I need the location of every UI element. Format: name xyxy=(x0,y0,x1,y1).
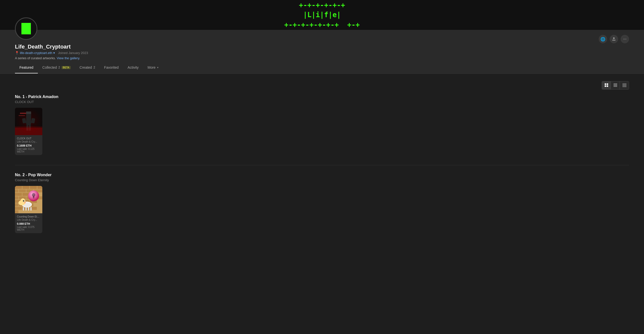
globe-button[interactable]: 🌐 xyxy=(599,35,607,43)
svg-rect-84 xyxy=(33,196,34,198)
view-toggle xyxy=(602,81,629,90)
nft-1-last-sale: Last sale: 0.125 WETH xyxy=(17,148,40,153)
featured-section-2: No. 2 - Pop Wonder Counting Down Eternit… xyxy=(15,173,629,233)
svg-rect-62 xyxy=(15,207,22,210)
small-grid-button[interactable] xyxy=(620,82,629,89)
svg-rect-41 xyxy=(15,186,22,189)
svg-rect-18 xyxy=(624,84,624,85)
profile-info: Life_Death_Cryptoart 📍 life-death-crypto… xyxy=(15,30,629,62)
section-divider xyxy=(15,165,629,165)
svg-rect-49 xyxy=(15,193,22,196)
svg-point-74 xyxy=(20,198,26,204)
svg-rect-3 xyxy=(607,85,608,87)
tabs-container: Featured Collected 2 BETA Created 2 Favo… xyxy=(0,62,644,74)
svg-rect-5 xyxy=(615,84,616,84)
svg-rect-19 xyxy=(624,84,625,85)
nft-card-2[interactable]: Counting Down Eter... Life Death & Cry..… xyxy=(15,186,42,233)
avatar-image xyxy=(22,23,31,34)
svg-rect-0 xyxy=(605,84,606,85)
profile-meta: 📍 life-death-cryptoart.eth ▾ Joined Janu… xyxy=(15,51,629,55)
chevron-down-icon: ▾ xyxy=(53,51,55,55)
nft-1-info: CLOCK OUT Life Death & Cry... 0.1689 ETH… xyxy=(15,135,42,155)
svg-rect-16 xyxy=(626,84,626,84)
nft-artwork-1 xyxy=(15,108,42,135)
created-count: 2 xyxy=(93,66,95,69)
svg-rect-14 xyxy=(624,84,624,84)
avatar-wrapper xyxy=(15,18,37,40)
wallet-text: life-death-cryptoart.eth xyxy=(20,51,52,55)
profile-banner: +-+-+-+-+-+ |L|i|f|e| +-+-+-+-+-+-+ +-+ xyxy=(0,0,644,30)
join-date: Joined January 2023 xyxy=(58,51,88,55)
svg-point-75 xyxy=(23,200,24,202)
avatar xyxy=(15,18,37,40)
small-grid-icon xyxy=(622,83,626,88)
svg-rect-17 xyxy=(622,84,623,85)
svg-rect-44 xyxy=(37,186,42,189)
tab-collected[interactable]: Collected 2 BETA xyxy=(38,62,75,74)
svg-rect-35 xyxy=(26,125,28,131)
medium-grid-button[interactable] xyxy=(611,82,620,89)
large-grid-icon xyxy=(604,83,608,88)
svg-point-77 xyxy=(24,202,26,203)
svg-rect-7 xyxy=(614,84,615,86)
nft-1-collection: CLOCK OUT xyxy=(17,137,40,140)
svg-rect-81 xyxy=(30,207,32,210)
more-button[interactable]: ··· xyxy=(620,35,629,43)
svg-rect-37 xyxy=(15,126,42,135)
profile-description: A series of curated artworks. View the g… xyxy=(15,56,629,60)
svg-rect-4 xyxy=(614,84,615,84)
nft-image-1 xyxy=(15,108,42,135)
wallet-icon: 📍 xyxy=(15,51,19,55)
section-1-title: No. 1 - Patrick Amadon xyxy=(15,94,629,99)
nft-1-price: 0.1689 ETH xyxy=(17,144,40,147)
profile-name: Life_Death_Cryptoart xyxy=(15,44,629,50)
svg-rect-45 xyxy=(15,190,18,192)
svg-rect-43 xyxy=(30,186,37,189)
desc-text: A series of curated artworks. xyxy=(15,56,56,60)
profile-container: Life_Death_Cryptoart 📍 life-death-crypto… xyxy=(0,30,644,62)
share-button[interactable] xyxy=(610,35,618,43)
gallery-link[interactable]: View the gallery xyxy=(57,56,80,60)
svg-rect-28 xyxy=(626,86,626,87)
svg-rect-52 xyxy=(15,196,18,199)
nft-card-1[interactable]: CLOCK OUT Life Death & Cry... 0.1689 ETH… xyxy=(15,108,42,155)
featured-section-1: No. 1 - Patrick Amadon CLOCK OUT xyxy=(15,94,629,155)
svg-rect-59 xyxy=(15,203,18,206)
svg-rect-2 xyxy=(605,85,606,87)
collected-count: 2 xyxy=(58,66,60,69)
svg-rect-79 xyxy=(26,207,27,210)
tab-featured[interactable]: Featured xyxy=(15,62,38,74)
svg-rect-24 xyxy=(626,85,626,86)
svg-rect-26 xyxy=(624,86,624,87)
nft-grid-1: CLOCK OUT Life Death & Cry... 0.1689 ETH… xyxy=(15,108,629,155)
svg-rect-46 xyxy=(19,190,26,192)
svg-rect-21 xyxy=(622,85,623,86)
tab-favorited[interactable]: Favorited xyxy=(100,62,123,74)
svg-rect-38 xyxy=(20,113,29,114)
svg-rect-20 xyxy=(626,84,626,85)
profile-actions: 🌐 ··· xyxy=(599,35,629,43)
svg-point-76 xyxy=(24,200,24,201)
tabs: Featured Collected 2 BETA Created 2 Favo… xyxy=(15,62,629,74)
svg-rect-65 xyxy=(15,210,18,213)
large-grid-button[interactable] xyxy=(602,82,611,89)
nft-2-collection: Counting Down Eter... xyxy=(17,215,40,218)
svg-rect-8 xyxy=(615,84,616,86)
nft-2-price: 0.088 ETH xyxy=(17,222,40,225)
section-1-subtitle: CLOCK OUT xyxy=(15,100,629,104)
svg-rect-22 xyxy=(624,85,624,86)
svg-rect-32 xyxy=(26,118,31,125)
nft-artwork-2 xyxy=(15,186,42,213)
wallet-address[interactable]: 📍 life-death-cryptoart.eth ▾ xyxy=(15,51,55,55)
tab-more[interactable]: More ▾ xyxy=(143,62,163,74)
tab-created[interactable]: Created 2 xyxy=(75,62,100,74)
svg-rect-39 xyxy=(19,115,25,116)
nft-2-creator: Life Death & Cry... xyxy=(17,218,40,221)
more-arrow-icon: ▾ xyxy=(157,66,158,69)
svg-rect-12 xyxy=(616,86,617,87)
svg-rect-1 xyxy=(607,84,608,85)
svg-rect-6 xyxy=(616,84,617,84)
svg-rect-27 xyxy=(624,86,625,87)
tab-activity[interactable]: Activity xyxy=(123,62,143,74)
beta-badge: BETA xyxy=(62,66,70,69)
